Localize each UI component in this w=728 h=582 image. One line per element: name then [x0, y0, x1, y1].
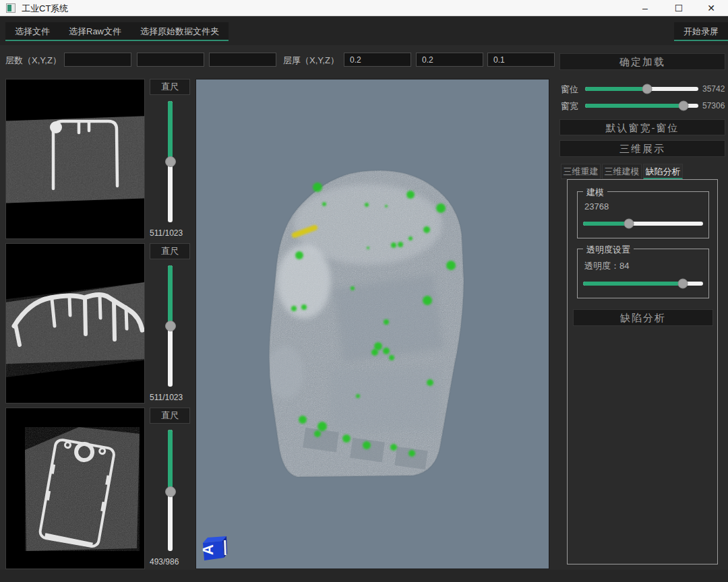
window-level-label: 窗位	[561, 84, 578, 96]
slider-fill	[585, 87, 647, 91]
window-bottom-edge	[0, 570, 728, 582]
thickness-x-input[interactable]	[344, 53, 411, 67]
maximize-button[interactable]: ☐	[663, 0, 694, 16]
orientation-cube-logo: A	[200, 535, 228, 563]
slider-fill	[583, 282, 683, 286]
svg-text:A: A	[200, 544, 216, 555]
slice-position-label: 511/1023	[150, 228, 193, 238]
slider-fill	[168, 265, 173, 326]
slider-thumb[interactable]	[165, 321, 176, 331]
window-level-slider[interactable]	[585, 87, 698, 91]
ruler-button[interactable]: 直尺	[150, 408, 190, 424]
default-window-button[interactable]: 默认窗宽-窗位	[559, 119, 725, 135]
thickness-y-input[interactable]	[416, 53, 483, 67]
window-title: 工业CT系统	[22, 3, 68, 15]
slider-thumb[interactable]	[679, 101, 689, 111]
start-recording-button[interactable]: 开始录屏	[674, 22, 728, 41]
tab-defect-analysis[interactable]: 缺陷分析	[643, 164, 683, 179]
layers-y-input[interactable]	[137, 53, 204, 67]
slice-xz-controls: 直尺 511/1023	[150, 243, 193, 405]
opacity-slider[interactable]	[583, 282, 703, 286]
select-raw-folder-button[interactable]: 选择原始数据文件夹	[131, 22, 229, 40]
slice-position-label: 493/986	[150, 557, 193, 567]
select-raw-file-button[interactable]: 选择Raw文件	[59, 22, 131, 40]
select-file-button[interactable]: 选择文件	[5, 22, 59, 40]
slider-thumb[interactable]	[677, 279, 688, 289]
display-3d-button[interactable]: 三维展示	[559, 140, 725, 157]
slider-thumb[interactable]	[642, 84, 653, 94]
layers-z-input[interactable]	[209, 53, 276, 67]
slider-thumb[interactable]	[165, 156, 176, 167]
layers-label: 层数（X,Y,Z）	[5, 55, 61, 67]
ct-volume-render	[196, 79, 549, 569]
slice-position-label: 511/1023	[150, 393, 193, 402]
slice-xz-slider[interactable]	[168, 265, 173, 387]
modeling-groupbox: 建模 23768	[577, 191, 709, 238]
run-defect-analysis-button[interactable]: 缺陷分析	[573, 309, 713, 326]
slice-xy-slider[interactable]	[168, 101, 173, 222]
modeling-slider[interactable]	[583, 222, 703, 226]
thickness-label: 层厚（X,Y,Z）	[283, 55, 339, 67]
opacity-group-title: 透明度设置	[583, 244, 634, 256]
close-button[interactable]: ✕	[696, 0, 727, 16]
viewport-3d[interactable]: A	[195, 79, 549, 569]
slider-thumb[interactable]	[165, 486, 176, 497]
slider-fill	[168, 430, 173, 492]
ruler-button[interactable]: 直尺	[150, 79, 190, 95]
slice-xy-controls: 直尺 511/1023	[150, 79, 193, 240]
opacity-groupbox: 透明度设置 透明度：84	[577, 249, 709, 298]
window-width-label: 窗宽	[561, 100, 578, 112]
opacity-value-label: 透明度：84	[584, 260, 629, 272]
window-width-value: 57306	[702, 101, 725, 110]
window-level-value: 35742	[702, 84, 725, 94]
file-button-group: 选择文件 选择Raw文件 选择原始数据文件夹	[5, 22, 229, 41]
slice-view-xy	[5, 79, 145, 239]
slider-thumb[interactable]	[624, 219, 634, 229]
thickness-z-input[interactable]	[487, 53, 555, 67]
slice-view-xz	[5, 243, 145, 403]
slider-fill	[168, 101, 173, 162]
slice-yz-slider[interactable]	[168, 430, 173, 551]
modeling-value: 23768	[584, 201, 609, 212]
layers-x-input[interactable]	[64, 53, 131, 67]
defect-analysis-panel: 建模 23768 透明度设置 透明度：84 缺陷分析	[567, 179, 718, 564]
app-window-icon	[6, 3, 16, 13]
tab-3d-reconstruction[interactable]: 三维重建	[561, 164, 601, 179]
slice-view-yz	[5, 408, 145, 569]
modeling-group-title: 建模	[583, 187, 607, 199]
tab-3d-modeling[interactable]: 三维建模	[602, 164, 642, 179]
toolbar: 选择文件 选择Raw文件 选择原始数据文件夹 开始录屏	[0, 17, 728, 45]
minimize-button[interactable]: –	[630, 0, 661, 16]
confirm-load-button[interactable]: 确定加载	[559, 53, 725, 70]
slider-fill	[583, 222, 629, 226]
slider-fill	[585, 104, 684, 108]
window-width-slider[interactable]	[585, 104, 698, 108]
ruler-button[interactable]: 直尺	[150, 243, 190, 259]
slice-yz-controls: 直尺 493/986	[150, 408, 193, 571]
title-bar: 工业CT系统 – ☐ ✕	[0, 0, 728, 16]
